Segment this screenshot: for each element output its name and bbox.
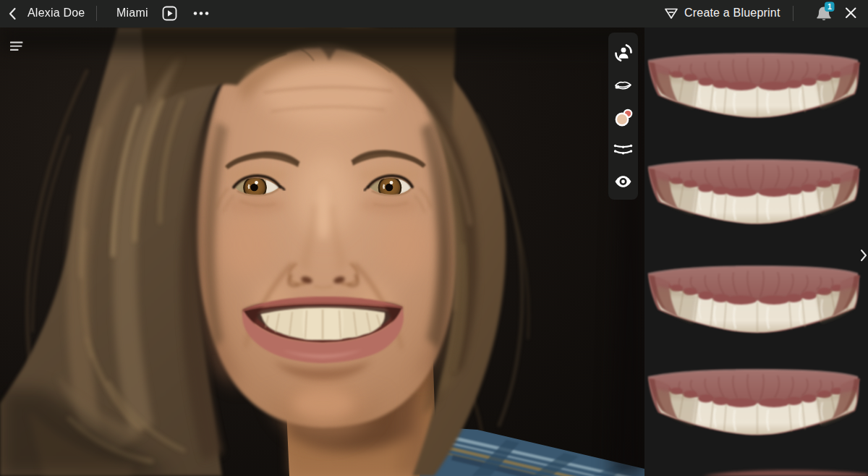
- svg-text:1: 1: [827, 2, 832, 11]
